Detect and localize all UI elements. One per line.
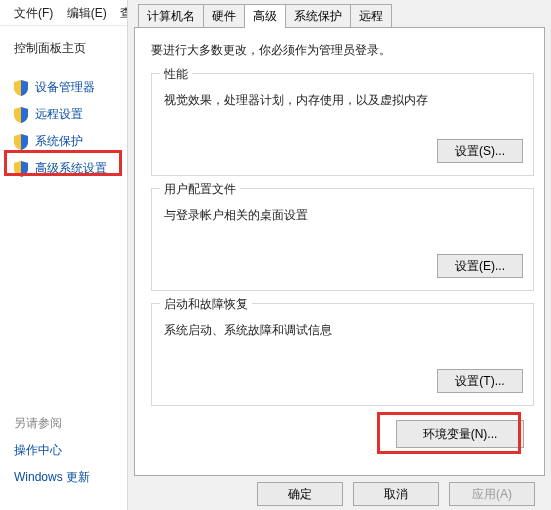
group-desc: 系统启动、系统故障和调试信息: [164, 322, 523, 339]
sidebar-item-device-manager[interactable]: 设备管理器: [14, 79, 119, 96]
sidebar: 文件(F) 编辑(E) 查 控制面板主页 设备管理器 远程设置: [0, 0, 128, 510]
admin-note: 要进行大多数更改，你必须作为管理员登录。: [151, 42, 534, 59]
tab-hardware[interactable]: 硬件: [203, 4, 245, 28]
settings-startup-button[interactable]: 设置(T)...: [437, 369, 523, 393]
group-desc: 与登录帐户相关的桌面设置: [164, 207, 523, 224]
sidebar-item-protection[interactable]: 系统保护: [14, 133, 119, 150]
settings-performance-button[interactable]: 设置(S)...: [437, 139, 523, 163]
tab-remote[interactable]: 远程: [350, 4, 392, 28]
menu-file[interactable]: 文件(F): [14, 6, 53, 20]
sidebar-item-advanced[interactable]: 高级系统设置: [14, 160, 119, 177]
dialog-button-row: 确定 取消 应用(A): [134, 476, 545, 506]
group-performance: 性能 视觉效果，处理器计划，内存使用，以及虚拟内存 设置(S)...: [151, 73, 534, 176]
see-also-heading: 另请参阅: [14, 415, 127, 432]
apply-button[interactable]: 应用(A): [449, 482, 535, 506]
shield-icon: [14, 107, 28, 123]
environment-variables-button[interactable]: 环境变量(N)...: [396, 420, 524, 448]
group-user-profiles: 用户配置文件 与登录帐户相关的桌面设置 设置(E)...: [151, 188, 534, 291]
sidebar-item-label: 远程设置: [35, 106, 83, 123]
link-action-center[interactable]: 操作中心: [14, 442, 127, 459]
ok-button[interactable]: 确定: [257, 482, 343, 506]
shield-icon: [14, 161, 28, 177]
menu-edit[interactable]: 编辑(E): [67, 6, 107, 20]
properties-dialog: 计算机名 硬件 高级 系统保护 远程 要进行大多数更改，你必须作为管理员登录。 …: [128, 0, 551, 510]
group-startup-recovery: 启动和故障恢复 系统启动、系统故障和调试信息 设置(T)...: [151, 303, 534, 406]
sidebar-item-remote[interactable]: 远程设置: [14, 106, 119, 123]
sidebar-item-label: 高级系统设置: [35, 160, 107, 177]
cancel-button[interactable]: 取消: [353, 482, 439, 506]
tab-page-advanced: 要进行大多数更改，你必须作为管理员登录。 性能 视觉效果，处理器计划，内存使用，…: [134, 27, 545, 476]
menu-overflow: 查: [120, 6, 127, 20]
sidebar-item-label: 系统保护: [35, 133, 83, 150]
menubar: 文件(F) 编辑(E) 查: [0, 0, 127, 26]
group-title: 性能: [160, 66, 192, 83]
group-title: 启动和故障恢复: [160, 296, 252, 313]
shield-icon: [14, 134, 28, 150]
sidebar-item-label: 设备管理器: [35, 79, 95, 96]
link-windows-update[interactable]: Windows 更新: [14, 469, 127, 486]
control-panel-home-link[interactable]: 控制面板主页: [14, 40, 119, 57]
tab-computer-name[interactable]: 计算机名: [138, 4, 204, 28]
tab-system-protection[interactable]: 系统保护: [285, 4, 351, 28]
settings-profiles-button[interactable]: 设置(E)...: [437, 254, 523, 278]
tab-advanced[interactable]: 高级: [244, 4, 286, 28]
group-desc: 视觉效果，处理器计划，内存使用，以及虚拟内存: [164, 92, 523, 109]
group-title: 用户配置文件: [160, 181, 240, 198]
shield-icon: [14, 80, 28, 96]
tabstrip: 计算机名 硬件 高级 系统保护 远程: [134, 6, 545, 28]
